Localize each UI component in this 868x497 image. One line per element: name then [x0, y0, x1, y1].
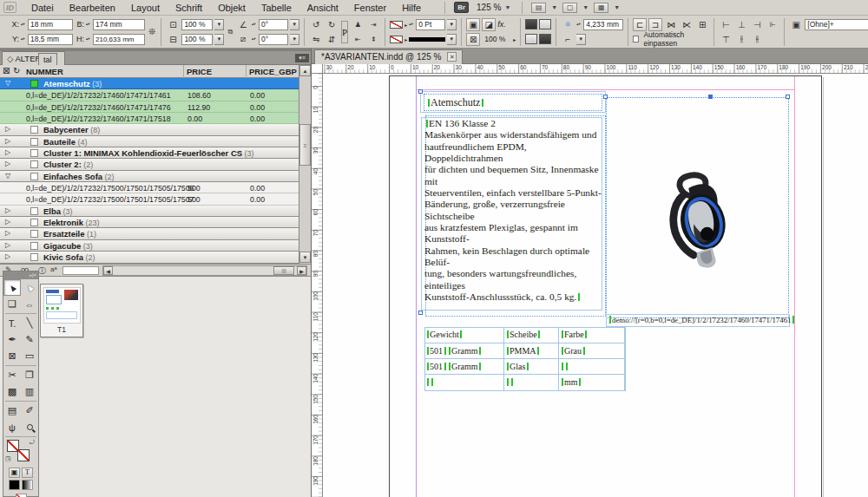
hand-tool[interactable]: ψ: [3, 419, 21, 435]
table-cell[interactable]: PMMA: [504, 343, 559, 359]
table-cell[interactable]: [504, 375, 559, 391]
table-cell[interactable]: Farbe: [559, 327, 626, 343]
fill-color-none-swatch[interactable]: [390, 36, 403, 43]
filter-field[interactable]: [62, 266, 99, 275]
row-checkbox[interactable]: [30, 138, 38, 146]
flyout-arrow-icon[interactable]: ▸: [404, 36, 407, 43]
stepper-icon[interactable]: ▴▾: [86, 23, 91, 26]
distribute-h-icon[interactable]: ⫲: [734, 33, 748, 46]
chevron-down-icon[interactable]: ▼: [214, 34, 224, 45]
expand-toggle-icon[interactable]: ▷: [5, 229, 10, 237]
scroll-left-icon[interactable]: ◀: [103, 266, 113, 275]
direct-selection-tool[interactable]: ▲: [21, 279, 38, 296]
scroll-down-icon[interactable]: ▼: [299, 252, 311, 263]
column-header-nummer[interactable]: NUMMER: [26, 67, 63, 76]
flyout-arrow-icon[interactable]: ▸: [513, 36, 516, 43]
fit-content-icon[interactable]: ⊏: [633, 18, 647, 31]
pencil-tool[interactable]: ✎: [21, 331, 38, 348]
left-margin-guide[interactable]: [416, 76, 417, 497]
row-checkbox[interactable]: [30, 230, 38, 238]
free-transform-tool[interactable]: ❐: [21, 367, 38, 383]
tree-group-row[interactable]: ▷Ersatzteile (1): [0, 228, 299, 239]
menu-layout[interactable]: Layout: [123, 1, 168, 15]
stroke-swatch-none[interactable]: [17, 449, 30, 461]
menu-tabelle[interactable]: Tabelle: [253, 1, 299, 15]
flip-horizontal-icon[interactable]: ⇋: [309, 33, 323, 46]
apply-color-icon[interactable]: [9, 480, 20, 490]
row-checkbox[interactable]: [30, 160, 38, 168]
zoom-level-dropdown[interactable]: 125 % ▼: [474, 3, 513, 12]
scissors-tool[interactable]: ✂: [3, 367, 21, 383]
scrollbar-thumb[interactable]: ▥: [273, 266, 294, 275]
align-center-icon[interactable]: ⊥: [734, 18, 748, 31]
shadow-icon[interactable]: ▣: [466, 18, 480, 31]
table-cell[interactable]: 501Gramm: [424, 343, 504, 359]
selection-tool[interactable]: ▲: [3, 279, 21, 296]
tree-group-row[interactable]: ▷Elektronik (23): [0, 217, 299, 228]
line-tool[interactable]: ╲: [21, 315, 38, 331]
width-field[interactable]: 174 mm: [93, 19, 145, 30]
expand-toggle-icon[interactable]: ▷: [5, 137, 10, 145]
stroke-weight-field[interactable]: 0 Pt: [416, 19, 445, 30]
pen-tool[interactable]: ✒: [3, 331, 21, 348]
expand-toggle-icon[interactable]: ▷: [5, 160, 10, 167]
constrain-proportions-icon[interactable]: ❊: [148, 25, 156, 38]
stepper-icon[interactable]: ▴▾: [21, 37, 26, 41]
table-cell[interactable]: mm: [559, 375, 626, 391]
scale-y-field[interactable]: 100 %: [181, 34, 213, 45]
wrap-object-icon[interactable]: [525, 34, 537, 44]
x-position-field[interactable]: 18 mm: [28, 19, 73, 30]
tree-group-row[interactable]: ▽Atemschutz (3): [0, 78, 299, 89]
scroll-right-icon[interactable]: ▶: [297, 266, 306, 275]
align-right-icon[interactable]: ⊣: [750, 18, 764, 31]
frame-corner-handle[interactable]: [786, 95, 790, 99]
arrange-documents-icon[interactable]: ▦: [594, 3, 608, 13]
expand-toggle-icon[interactable]: ▽: [5, 172, 10, 180]
tree-group-row[interactable]: ▷Cluster 2: (2): [0, 159, 299, 170]
chevron-down-icon[interactable]: ▼: [447, 19, 457, 30]
menu-ansicht[interactable]: Ansicht: [299, 1, 346, 15]
horizontal-ruler[interactable]: 3020100102030405060708090100110120130140…: [323, 64, 868, 74]
chevron-down-icon[interactable]: ▼: [214, 19, 224, 30]
menu-objekt[interactable]: Objekt: [210, 1, 253, 15]
table-cell[interactable]: Glas: [504, 359, 559, 375]
refresh-icon[interactable]: ↻: [13, 66, 20, 75]
shear-field[interactable]: 0°: [259, 34, 288, 45]
expand-toggle-icon[interactable]: ▷: [5, 148, 10, 156]
scrollbar-thumb[interactable]: ≡: [299, 124, 311, 166]
tree-group-row[interactable]: ▷Elba (3): [0, 206, 299, 217]
ruler-corner[interactable]: [312, 64, 323, 74]
table-cell[interactable]: [424, 375, 504, 391]
stepper-icon[interactable]: ▴▾: [409, 23, 414, 26]
align-left-icon[interactable]: ⊢: [719, 18, 733, 31]
scroll-up-icon[interactable]: ▲: [299, 65, 311, 76]
expand-toggle-icon[interactable]: ▽: [5, 79, 10, 87]
autofit-checkbox[interactable]: [633, 36, 639, 43]
stepper-icon[interactable]: ▴▾: [576, 23, 582, 26]
chevron-down-icon[interactable]: ▼: [447, 34, 457, 45]
tree-item-row[interactable]: 0,l=de_DE)/1/2/17232/17460/17471/1747611…: [0, 101, 299, 113]
screen-mode-icon[interactable]: ▢: [562, 3, 577, 13]
menu-fenster[interactable]: Fenster: [346, 1, 394, 15]
fill-proportional-icon[interactable]: ⋉: [680, 18, 694, 31]
page-canvas[interactable]: Atemschutz EN 136 Klasse 2Maskenkörper a…: [323, 74, 868, 497]
link-state-icon[interactable]: ⊠: [3, 66, 10, 75]
tree-group-row[interactable]: ▷Cluster 1: MINIMAX Kohlendioxid-Feuerlö…: [0, 147, 299, 159]
document-tab[interactable]: *A3VARIANTEN.indd @ 125 % ✕: [314, 49, 463, 64]
product-table[interactable]: GewichtScheibeFarbe501GrammPMMAGrau501Gr…: [424, 327, 626, 391]
row-checkbox[interactable]: [30, 242, 38, 250]
stroke-color-none-swatch[interactable]: [390, 21, 403, 29]
menu-bearbeiten[interactable]: Bearbeiten: [62, 1, 123, 15]
row-checkbox[interactable]: [30, 207, 38, 215]
expand-toggle-icon[interactable]: ▷: [5, 252, 10, 260]
gradient-tool[interactable]: ▩: [3, 383, 21, 400]
y-position-field[interactable]: 18,5 mm: [28, 34, 73, 45]
menu-datei[interactable]: Datei: [23, 1, 62, 15]
tree-group-row[interactable]: ▷Kivic Sofa (2): [0, 252, 299, 263]
expand-toggle-icon[interactable]: ▷: [5, 218, 10, 226]
scale-x-field[interactable]: 100 %: [181, 19, 213, 30]
wrap-bounding-icon[interactable]: [539, 19, 551, 29]
row-checkbox[interactable]: [30, 126, 38, 134]
stepper-icon[interactable]: ▴▾: [252, 37, 257, 41]
eyedropper-tool[interactable]: ✐: [21, 402, 38, 419]
